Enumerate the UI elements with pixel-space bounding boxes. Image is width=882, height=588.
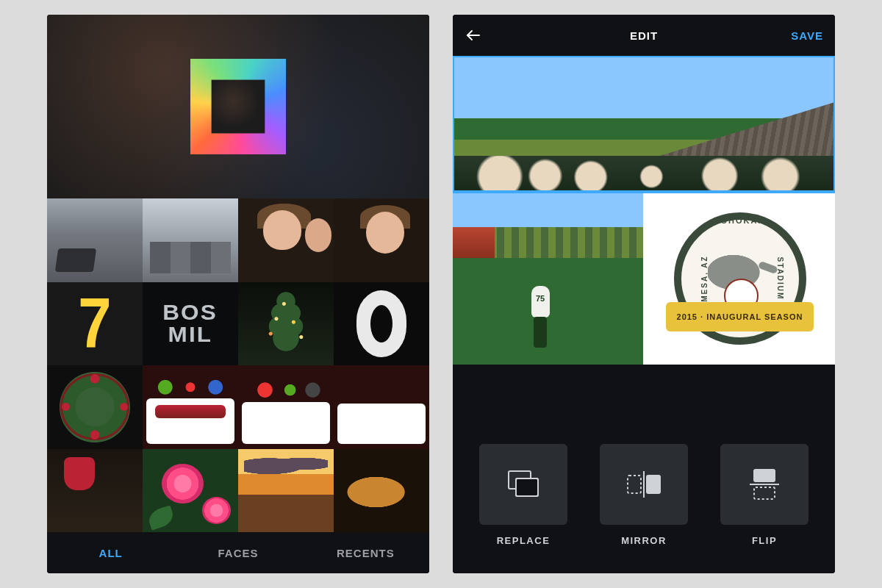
- badge-right-text: STADIUM: [776, 257, 784, 301]
- tab-faces[interactable]: FACES: [174, 532, 301, 573]
- replace-label: REPLACE: [497, 535, 551, 546]
- mirror-label: MIRROR: [621, 535, 667, 546]
- collage-cell-bottom-right[interactable]: HOHOKAM MESA, AZ STADIUM 2015 · INAUGURA…: [645, 193, 835, 365]
- svg-rect-9: [754, 487, 775, 499]
- svg-rect-4: [628, 476, 641, 493]
- save-button[interactable]: SAVE: [791, 29, 823, 42]
- picker-hero: [47, 15, 429, 198]
- baseball-player: [525, 286, 555, 348]
- photo-thumb[interactable]: [334, 365, 429, 449]
- editor-header: EDIT SAVE: [453, 15, 835, 56]
- picker-screen: 7 BOS MIL ALL FACES RECENTS: [47, 15, 429, 573]
- photo-thumb[interactable]: [143, 449, 238, 533]
- editor-title: EDIT: [453, 29, 835, 42]
- badge-top-text: HOHOKAM: [674, 217, 806, 225]
- photo-thumb[interactable]: [47, 449, 143, 533]
- badge-left-text: MESA, AZ: [700, 256, 708, 302]
- jersey-text-top: BOS: [163, 301, 218, 323]
- jersey-number: 7: [54, 282, 136, 366]
- photo-thumb[interactable]: [334, 449, 429, 533]
- arrow-left-icon: [465, 26, 482, 44]
- layout-app-logo: [190, 59, 286, 154]
- flip-button[interactable]: FLIP: [714, 444, 814, 546]
- svg-rect-2: [516, 478, 538, 496]
- mirror-button[interactable]: MIRROR: [594, 444, 694, 546]
- replace-icon: [504, 468, 542, 501]
- badge-banner-text: 2015 · INAUGURAL SEASON: [666, 302, 814, 331]
- flip-label: FLIP: [752, 535, 777, 546]
- editor-toolbar: REPLACE MIRROR FLIP: [453, 426, 835, 573]
- flip-icon: [747, 465, 782, 503]
- photo-thumb[interactable]: [143, 365, 238, 449]
- player-jersey-number: [531, 286, 550, 318]
- photo-thumb[interactable]: [238, 282, 334, 366]
- picker-tabs: ALL FACES RECENTS: [47, 532, 429, 573]
- photo-thumb[interactable]: [238, 449, 334, 533]
- photo-thumb[interactable]: [334, 282, 429, 366]
- tab-all[interactable]: ALL: [47, 532, 174, 573]
- editor-screen: EDIT SAVE HOHOKAM MESA, AZ STADIUM 2: [453, 15, 835, 573]
- svg-rect-7: [754, 470, 775, 481]
- svg-rect-6: [647, 476, 660, 493]
- collage-canvas: HOHOKAM MESA, AZ STADIUM 2015 · INAUGURA…: [453, 56, 835, 365]
- mirror-icon: [623, 468, 664, 501]
- stadium-badge: HOHOKAM MESA, AZ STADIUM 2015 · INAUGURA…: [674, 212, 806, 345]
- photo-thumb[interactable]: [47, 365, 143, 449]
- photo-thumb[interactable]: 7: [47, 282, 143, 366]
- photo-thumb[interactable]: [143, 198, 238, 282]
- collage-cell-bottom-left[interactable]: [453, 193, 645, 365]
- photo-thumb[interactable]: [334, 198, 429, 282]
- photo-thumb[interactable]: [238, 365, 334, 449]
- jersey-text-bottom: MIL: [168, 323, 213, 345]
- photo-thumb[interactable]: [238, 198, 334, 282]
- photo-thumb[interactable]: BOS MIL: [143, 282, 238, 366]
- tab-recents[interactable]: RECENTS: [302, 532, 429, 573]
- photo-grid: 7 BOS MIL: [47, 198, 429, 532]
- collage-cell-top[interactable]: [453, 56, 835, 192]
- replace-button[interactable]: REPLACE: [473, 444, 573, 546]
- photo-thumb[interactable]: [47, 198, 143, 282]
- back-button[interactable]: [453, 15, 494, 56]
